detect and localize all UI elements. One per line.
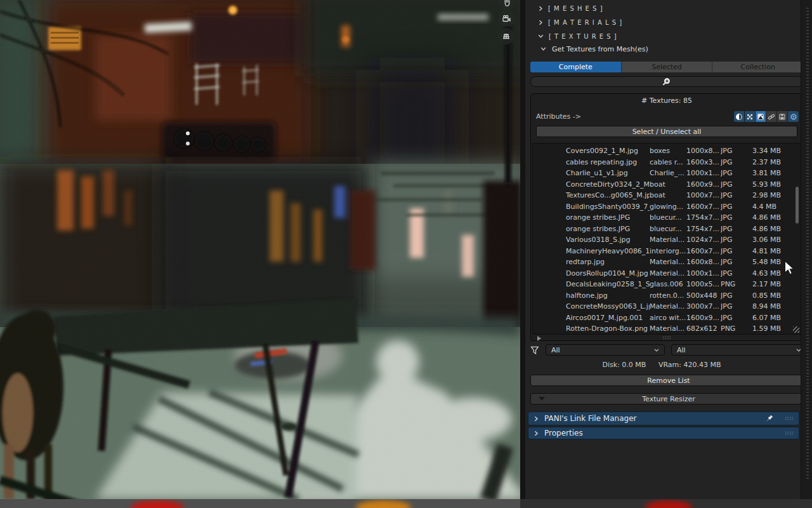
panel-label: PANI's Link File Manager: [544, 414, 636, 423]
texture-name: redtarp.jpg: [566, 258, 650, 266]
texture-row[interactable]: orange stribes.JPG bluecur... 1754x7... …: [533, 224, 801, 235]
chip-icon[interactable]: [788, 111, 799, 122]
texture-row[interactable]: BuildingsShanty0039_7_M... glowing... 16…: [533, 201, 801, 213]
checker-icon[interactable]: [745, 111, 756, 122]
texture-name: TexturesCo...g0065_M.jpg: [566, 191, 650, 199]
texture-object: glowing...: [650, 203, 686, 211]
texture-list[interactable]: Covers0092_1_M.jpg boxes 1000x8... JPG 3…: [532, 143, 801, 335]
texture-row[interactable]: Various0318_S.jpg Material... 1024x7... …: [533, 234, 801, 246]
texture-row[interactable]: Rotten-Dragon-Box.png Material... 682x61…: [533, 323, 801, 335]
panel-grip-handle[interactable]: [785, 431, 794, 435]
texture-row[interactable]: MachineryHeavy0086_1_... interiorg... 16…: [533, 246, 801, 257]
texture-name: orange stribes.JPG: [566, 225, 650, 233]
texture-resolution: 1000x8...: [686, 147, 721, 155]
texture-format: JPG: [721, 158, 752, 166]
chevron-down-icon: [540, 46, 546, 51]
texture-name: orange stribes.JPG: [566, 213, 650, 222]
texture-object: cables r...: [650, 158, 686, 166]
texture-object: glass.006: [650, 280, 686, 288]
3d-viewport[interactable]: [0, 0, 520, 499]
select-unselect-all-button[interactable]: Select / Unselect all: [536, 126, 797, 137]
texture-format: JPG: [721, 169, 752, 177]
texture-row[interactable]: TexturesCo...g0065_M.jpg boat 1000x7... …: [533, 190, 801, 201]
tab-collection[interactable]: Collection: [712, 62, 803, 72]
filter-funnel-icon: [530, 346, 539, 354]
search-input[interactable]: [530, 76, 803, 87]
texture-name: MachineryHeavy0086_1_...: [566, 247, 650, 255]
panel-grip-handle[interactable]: [785, 417, 794, 420]
filter-dropdown-2[interactable]: All: [671, 344, 807, 356]
texture-resizer-label: Texture Resizer: [642, 395, 695, 403]
texture-row[interactable]: DoorsRollup0104_M.jpg Material... 1000x1…: [533, 268, 801, 279]
sidebar-tab-strip[interactable]: [801, 0, 812, 499]
texture-format: JPG: [721, 225, 752, 233]
remove-list-button[interactable]: Remove List: [530, 375, 807, 386]
texture-row[interactable]: orange stribes.JPG bluecur... 1754x7... …: [533, 212, 801, 224]
panel-get-textures[interactable]: Get Textures from Mesh(es): [540, 44, 648, 54]
texture-row[interactable]: ConcreteMossy0063_L.jpg Material... 3000…: [533, 301, 801, 312]
section-label: [ M E S H E S ]: [548, 5, 603, 12]
pin-icon[interactable]: [765, 414, 774, 423]
texture-object: rotten.0...: [650, 291, 686, 300]
chevron-right-icon: [534, 416, 539, 422]
texture-resolution: 1600x7...: [686, 203, 721, 211]
texture-resolution: 1000x7...: [686, 191, 721, 199]
list-resize-grip[interactable]: [793, 326, 799, 333]
texture-format: JPG: [721, 314, 752, 322]
texture-name: halftone.jpg: [566, 291, 650, 300]
texture-row[interactable]: redtarp.jpg Material... 1600x8... JPG 5.…: [533, 257, 801, 268]
grid-icon[interactable]: [498, 28, 514, 44]
viewport-scene: [0, 0, 520, 499]
texture-size: 4.86 MB: [752, 213, 792, 222]
list-expand-arrow[interactable]: [537, 336, 541, 341]
bottom-editor-strip: [0, 499, 812, 508]
disk-icon[interactable]: [777, 111, 788, 122]
texture-name: DecalsLeaking0258_1_S.p...: [566, 280, 650, 288]
texture-object: Material...: [650, 258, 686, 266]
texture-resolution: 1754x7...: [686, 225, 721, 233]
section-meshes[interactable]: [ M E S H E S ]: [538, 3, 603, 13]
texture-row[interactable]: halftone.jpg rotten.0... 500x448 JPG 0.8…: [533, 290, 801, 302]
texture-format: PNG: [721, 324, 752, 333]
texture-resolution: 1600x3...: [686, 158, 721, 166]
texture-object: boat: [650, 191, 686, 199]
camera-icon[interactable]: [498, 10, 514, 27]
filter-dropdown-1[interactable]: All: [546, 344, 665, 356]
texture-object: bluecur...: [650, 225, 686, 233]
tab-complete[interactable]: Complete: [530, 62, 622, 72]
texture-resizer-header[interactable]: Texture Resizer: [530, 393, 807, 404]
texture-resolution: 3000x7...: [686, 302, 721, 311]
contrast-icon[interactable]: [734, 111, 745, 122]
texture-size: 3.81 MB: [752, 169, 792, 177]
texture-name: Covers0092_1_M.jpg: [566, 147, 650, 155]
texture-row[interactable]: Charlie_u1_v1.jpg Charlie_... 1000x1... …: [533, 168, 801, 179]
panel-properties[interactable]: Properties: [528, 427, 799, 439]
section-textures[interactable]: [ T E X T U R E S ]: [538, 31, 617, 41]
mouse-cursor: [784, 260, 794, 275]
texture-resolution: 1600x8...: [686, 258, 721, 266]
texture-object: airco wit...: [650, 314, 686, 322]
texture-list-group: # Textures: 85 Attributes ->: [530, 93, 803, 341]
texture-size: 2.37 MB: [752, 158, 792, 166]
texture-row[interactable]: DecalsLeaking0258_1_S.p... glass.006 100…: [533, 279, 801, 290]
link-icon[interactable]: [766, 111, 777, 122]
texture-resolution: 682x612: [686, 324, 721, 333]
texture-resolution: 500x448: [686, 291, 721, 300]
image-icon[interactable]: [756, 111, 766, 122]
list-grip-handle[interactable]: [662, 336, 671, 340]
red-object-blob: [645, 500, 692, 508]
panel-link-file-manager[interactable]: PANI's Link File Manager: [528, 411, 799, 425]
list-scrollbar[interactable]: [796, 187, 799, 224]
texture-row[interactable]: Aircos0017_M.jpg.001 airco wit... 1600x9…: [533, 312, 801, 324]
tab-selected[interactable]: Selected: [622, 62, 713, 72]
blender-window: [ M E S H E S ] [ M A T E R I A L S ] [ …: [0, 0, 812, 508]
texture-row[interactable]: ConcreteDirty0324_2_M.jpg boat 1600x9...…: [533, 179, 801, 190]
texture-size: 2.98 MB: [752, 191, 792, 199]
texture-row[interactable]: Covers0092_1_M.jpg boxes 1000x8... JPG 3…: [533, 145, 801, 157]
chevron-right-icon: [538, 20, 543, 25]
texture-name: Various0318_S.jpg: [566, 236, 650, 244]
texture-row[interactable]: cables repeating.jpg cables r... 1600x3.…: [533, 157, 801, 168]
section-materials[interactable]: [ M A T E R I A L S ]: [538, 17, 622, 27]
texture-object: bluecur...: [650, 213, 686, 222]
chevron-down-icon: [654, 349, 659, 352]
